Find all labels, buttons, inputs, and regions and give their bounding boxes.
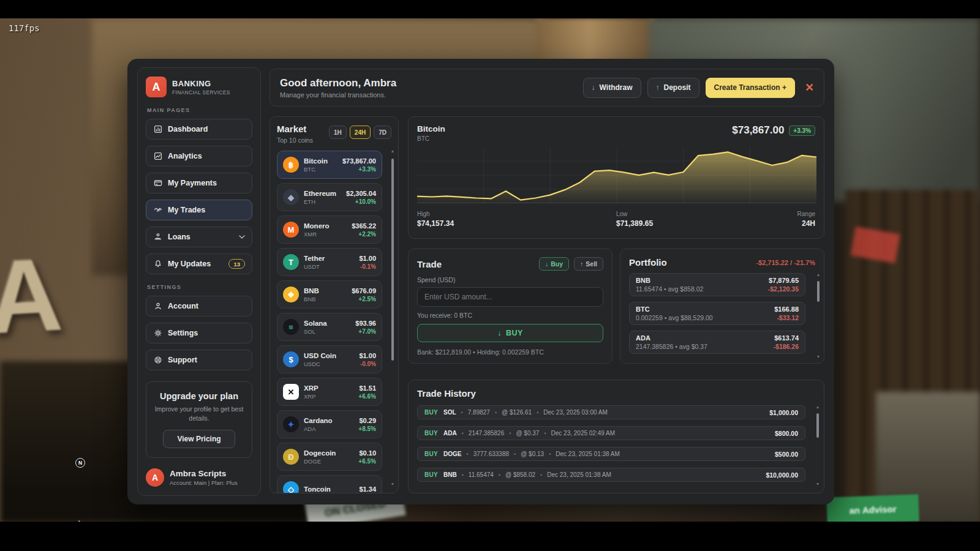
- coin-row-cardano[interactable]: ✦ CardanoADA $0.29+8.5%: [277, 410, 382, 438]
- trade-coin: BNB: [443, 471, 457, 478]
- history-row-bnb[interactable]: BUY BNB • 11.65474 • @ $858.02 • Dec 23,…: [417, 468, 805, 482]
- sidebar-item-analytics[interactable]: Analytics: [146, 146, 252, 167]
- trade-coin: DOGE: [443, 451, 461, 457]
- scroll-down-icon[interactable]: ▼: [391, 482, 395, 487]
- bitcoin-icon: ฿: [283, 157, 299, 173]
- trade-history-title: Trade History: [417, 388, 815, 399]
- sidebar-item-support[interactable]: Support: [146, 350, 252, 370]
- coin-row-bitcoin[interactable]: ฿ BitcoinBTC $73,867.00+3.3%: [277, 151, 382, 179]
- scroll-up-icon[interactable]: ▲: [391, 149, 395, 154]
- withdraw-button[interactable]: ↓ Withdraw: [583, 78, 641, 98]
- portfolio-total-pnl: -$2,715.22 / -21.7%: [756, 259, 815, 266]
- buy-tab[interactable]: ↓ Buy: [539, 257, 569, 271]
- scroll-down-icon[interactable]: ▼: [816, 482, 820, 487]
- scrollbar-thumb[interactable]: [817, 281, 820, 302]
- low-label: Low: [616, 211, 653, 217]
- separator: •: [499, 472, 500, 478]
- coin-symbol: BTC: [304, 166, 328, 173]
- sell-tab[interactable]: ↑ Sell: [574, 257, 603, 271]
- range-value: 24H: [797, 219, 815, 228]
- sidebar-item-account[interactable]: Account: [146, 296, 252, 317]
- history-row-ada[interactable]: BUY ADA • 2147.385826 • @ $0.37 • Dec 23…: [417, 426, 805, 440]
- profile-name: Ambra Scripts: [170, 469, 238, 478]
- profile: A Ambra Scripts Account: Main | Plan: Pl…: [146, 468, 238, 487]
- chart-coin-symbol: BTC: [417, 135, 445, 142]
- monero-icon: M: [283, 222, 299, 238]
- coin-row-monero[interactable]: M MoneroXMR $365.22+2.2%: [277, 216, 382, 244]
- create-transaction-button[interactable]: Create Transaction +: [706, 78, 795, 98]
- portfolio-row-btc[interactable]: BTC 0.002259 • avg $88,529.00 $166.88 -$…: [629, 302, 805, 325]
- coin-price: $365.22: [352, 222, 376, 230]
- deposit-button[interactable]: ↑ Deposit: [647, 78, 699, 98]
- trade-side: BUY: [424, 471, 438, 478]
- coin-symbol: XMR: [304, 231, 330, 238]
- coin-row-bnb[interactable]: ❖ BNBBNB $676.09+2.5%: [277, 280, 382, 309]
- separator: •: [495, 410, 497, 416]
- separator: •: [549, 451, 551, 457]
- sidebar-item-settings[interactable]: Settings: [146, 323, 252, 343]
- sidebar: A BANKING FINANCIAL SERVICES MAIN PAGES …: [137, 67, 261, 496]
- coin-row-xrp[interactable]: ✕ XRPXRP $1.51+6.6%: [277, 378, 382, 406]
- separator: •: [537, 410, 538, 416]
- page-subtitle: Manage your financial transactions.: [280, 91, 396, 99]
- market-panel: Market Top 10 coins 1H 24H 7D ฿ BitcoinB…: [270, 116, 399, 493]
- holding-detail: 11.65474 • avg $858.02: [636, 285, 703, 293]
- buy-button[interactable]: ↓ BUY: [417, 324, 603, 342]
- brand-logo-icon: A: [146, 77, 167, 97]
- coin-row-tether[interactable]: T TetherUSDT $1.00-0.1%: [277, 248, 382, 276]
- decorative-letter-a: A: [0, 236, 65, 358]
- timeframe-7d[interactable]: 7D: [374, 126, 391, 139]
- coin-row-ethereum[interactable]: ◆ EthereumETH $2,305.04+10.0%: [277, 183, 382, 211]
- fps-counter: 117fps: [9, 23, 40, 33]
- upgrade-subtitle: Improve your profile to get best details…: [154, 405, 244, 422]
- history-row-doge[interactable]: BUY DOGE • 3777.633388 • @ $0.13 • Dec 2…: [417, 447, 805, 461]
- coin-symbol: BNB: [304, 296, 319, 302]
- close-icon[interactable]: ✕: [805, 81, 814, 94]
- tether-icon: T: [283, 254, 299, 270]
- trade-amount: $1,000.00: [769, 409, 798, 416]
- separator: •: [462, 430, 464, 437]
- coin-name: Bitcoin: [304, 157, 328, 165]
- price-chart: [417, 147, 816, 203]
- coin-symbol: DOGE: [304, 458, 336, 465]
- scroll-down-icon[interactable]: ▼: [816, 354, 821, 359]
- timeframe-1h[interactable]: 1H: [329, 126, 347, 139]
- sidebar-item-label: Dashboard: [168, 125, 208, 133]
- coin-change: +2.5%: [352, 296, 376, 302]
- portfolio-row-ada[interactable]: ADA 2147.385826 • avg $0.37 $613.74 -$18…: [629, 331, 805, 354]
- coin-row-usdcoin[interactable]: $ USD CoinUSDC $1.00-0.0%: [277, 345, 382, 373]
- scroll-up-icon[interactable]: ▲: [816, 405, 820, 410]
- brand-title: BANKING: [172, 79, 230, 88]
- separator: •: [466, 451, 468, 457]
- trade-price: @ $858.02: [505, 471, 535, 478]
- holding-symbol: BNB: [636, 277, 703, 284]
- coin-row-toncoin[interactable]: ◇ Toncoin $1.34: [277, 475, 382, 493]
- hand-coin-icon: [153, 233, 162, 242]
- sidebar-item-dashboard[interactable]: Dashboard: [146, 119, 252, 140]
- usd-amount-input[interactable]: [417, 287, 603, 307]
- scrollbar-thumb[interactable]: [816, 413, 819, 438]
- portfolio-row-bnb[interactable]: BNB 11.65474 • avg $858.02 $7,879.65 -$2…: [629, 273, 805, 296]
- view-pricing-button[interactable]: View Pricing: [163, 430, 235, 448]
- brand-subtitle: FINANCIAL SERVICES: [172, 89, 230, 96]
- sell-tab-label: Sell: [586, 260, 597, 268]
- sidebar-item-loans[interactable]: Loans: [146, 227, 252, 247]
- scrollbar-thumb[interactable]: [391, 159, 394, 361]
- trade-panel: Trade ↓ Buy ↑ Sell Spend (USD) You recei…: [408, 249, 612, 364]
- arrow-up-icon: ↑: [580, 260, 583, 268]
- advisor-sign: an Advisor: [826, 494, 919, 522]
- coin-price: $73,867.00: [342, 157, 376, 165]
- section-label-settings: SETTINGS: [147, 284, 252, 290]
- coin-name: Ethereum: [304, 190, 336, 197]
- timeframe-24h[interactable]: 24H: [350, 126, 371, 139]
- scroll-up-icon[interactable]: ▲: [816, 272, 821, 277]
- receive-amount: You receive: 0 BTC: [417, 312, 603, 319]
- sidebar-item-my-trades[interactable]: My Trades: [146, 200, 252, 220]
- history-row-sol[interactable]: BUY SOL • 7.89827 • @ $126.61 • Dec 23, …: [417, 405, 805, 419]
- coin-row-solana[interactable]: ≡ SolanaSOL $93.96+7.0%: [277, 313, 382, 341]
- coin-row-dogecoin[interactable]: Ð DogecoinDOGE $0.10+6.5%: [277, 443, 382, 471]
- sidebar-item-my-updates[interactable]: My Updates 13: [146, 253, 252, 274]
- separator: •: [514, 451, 516, 457]
- separator: •: [509, 430, 511, 437]
- sidebar-item-my-payments[interactable]: My Payments: [146, 173, 252, 193]
